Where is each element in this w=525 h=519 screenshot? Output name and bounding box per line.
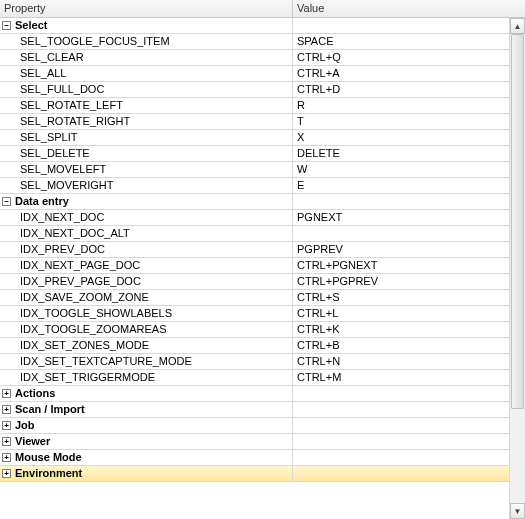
value-cell[interactable]: CTRL+PGPREV <box>293 274 509 289</box>
property-row[interactable]: SEL_SPLITX <box>0 130 509 146</box>
property-row[interactable]: SEL_MOVERIGHTE <box>0 178 509 194</box>
value-cell[interactable]: PGPREV <box>293 242 509 257</box>
value-cell[interactable]: CTRL+L <box>293 306 509 321</box>
group-row[interactable]: +Mouse Mode <box>0 450 509 466</box>
property-cell[interactable]: IDX_SAVE_ZOOM_ZONE <box>0 290 293 305</box>
collapse-icon[interactable]: − <box>2 197 11 206</box>
value-cell[interactable]: CTRL+M <box>293 370 509 385</box>
header-property[interactable]: Property <box>0 0 293 17</box>
property-row[interactable]: IDX_NEXT_DOCPGNEXT <box>0 210 509 226</box>
value-cell[interactable]: CTRL+Q <box>293 50 509 65</box>
value-cell[interactable]: CTRL+D <box>293 82 509 97</box>
group-property-cell[interactable]: +Job <box>0 418 293 433</box>
property-row[interactable]: SEL_ROTATE_RIGHTT <box>0 114 509 130</box>
value-cell[interactable]: W <box>293 162 509 177</box>
scroll-down-button[interactable]: ▼ <box>510 503 525 519</box>
expand-icon[interactable]: + <box>2 405 11 414</box>
property-row[interactable]: IDX_NEXT_DOC_ALT <box>0 226 509 242</box>
property-row[interactable]: IDX_SET_TEXTCAPTURE_MODECTRL+N <box>0 354 509 370</box>
value-cell[interactable]: E <box>293 178 509 193</box>
property-cell[interactable]: SEL_ROTATE_RIGHT <box>0 114 293 129</box>
property-row[interactable]: SEL_FULL_DOCCTRL+D <box>0 82 509 98</box>
value-cell[interactable]: X <box>293 130 509 145</box>
property-row[interactable]: IDX_PREV_DOCPGPREV <box>0 242 509 258</box>
property-row[interactable]: SEL_ALLCTRL+A <box>0 66 509 82</box>
property-cell[interactable]: IDX_NEXT_PAGE_DOC <box>0 258 293 273</box>
group-property-cell[interactable]: +Viewer <box>0 434 293 449</box>
group-row[interactable]: +Job <box>0 418 509 434</box>
group-row[interactable]: −Data entry <box>0 194 509 210</box>
property-cell[interactable]: IDX_TOOGLE_SHOWLABELS <box>0 306 293 321</box>
group-label: Scan / Import <box>15 402 85 417</box>
value-cell[interactable]: CTRL+PGNEXT <box>293 258 509 273</box>
property-row[interactable]: IDX_SET_TRIGGERMODECTRL+M <box>0 370 509 386</box>
property-cell[interactable]: IDX_PREV_PAGE_DOC <box>0 274 293 289</box>
group-row[interactable]: +Environment <box>0 466 509 482</box>
group-row[interactable]: +Scan / Import <box>0 402 509 418</box>
property-cell[interactable]: IDX_NEXT_DOC_ALT <box>0 226 293 241</box>
property-cell[interactable]: IDX_SET_TEXTCAPTURE_MODE <box>0 354 293 369</box>
expand-icon[interactable]: + <box>2 437 11 446</box>
group-property-cell[interactable]: −Select <box>0 18 293 33</box>
group-row[interactable]: +Actions <box>0 386 509 402</box>
expand-icon[interactable]: + <box>2 389 11 398</box>
property-row[interactable]: IDX_PREV_PAGE_DOCCTRL+PGPREV <box>0 274 509 290</box>
value-cell[interactable]: CTRL+S <box>293 290 509 305</box>
scroll-up-button[interactable]: ▲ <box>510 18 525 34</box>
property-row[interactable]: IDX_SAVE_ZOOM_ZONECTRL+S <box>0 290 509 306</box>
property-cell[interactable]: IDX_SET_TRIGGERMODE <box>0 370 293 385</box>
group-row[interactable]: +Viewer <box>0 434 509 450</box>
property-cell[interactable]: SEL_MOVERIGHT <box>0 178 293 193</box>
group-property-cell[interactable]: +Actions <box>0 386 293 401</box>
value-cell[interactable]: DELETE <box>293 146 509 161</box>
header-value[interactable]: Value <box>293 0 525 17</box>
property-row[interactable]: SEL_TOOGLE_FOCUS_ITEMSPACE <box>0 34 509 50</box>
property-row[interactable]: SEL_DELETEDELETE <box>0 146 509 162</box>
expand-icon[interactable]: + <box>2 453 11 462</box>
property-cell[interactable]: IDX_SET_ZONES_MODE <box>0 338 293 353</box>
property-cell[interactable]: SEL_CLEAR <box>0 50 293 65</box>
property-row[interactable]: IDX_TOOGLE_ZOOMAREASCTRL+K <box>0 322 509 338</box>
property-row[interactable]: IDX_TOOGLE_SHOWLABELSCTRL+L <box>0 306 509 322</box>
property-cell[interactable]: SEL_FULL_DOC <box>0 82 293 97</box>
value-cell[interactable]: PGNEXT <box>293 210 509 225</box>
property-cell[interactable]: SEL_TOOGLE_FOCUS_ITEM <box>0 34 293 49</box>
property-label: IDX_TOOGLE_ZOOMAREAS <box>20 322 167 337</box>
group-property-cell[interactable]: +Mouse Mode <box>0 450 293 465</box>
property-cell[interactable]: SEL_ROTATE_LEFT <box>0 98 293 113</box>
value-cell[interactable]: R <box>293 98 509 113</box>
group-property-cell[interactable]: +Environment <box>0 466 293 481</box>
property-cell[interactable]: IDX_TOOGLE_ZOOMAREAS <box>0 322 293 337</box>
property-row[interactable]: IDX_SET_ZONES_MODECTRL+B <box>0 338 509 354</box>
group-property-cell[interactable]: +Scan / Import <box>0 402 293 417</box>
property-cell[interactable]: SEL_MOVELEFT <box>0 162 293 177</box>
property-cell[interactable]: IDX_PREV_DOC <box>0 242 293 257</box>
scroll-track[interactable] <box>510 34 525 503</box>
property-cell[interactable]: SEL_ALL <box>0 66 293 81</box>
property-label: SEL_SPLIT <box>20 130 77 145</box>
value-cell[interactable]: CTRL+K <box>293 322 509 337</box>
property-label: SEL_MOVELEFT <box>20 162 106 177</box>
property-cell[interactable]: SEL_SPLIT <box>0 130 293 145</box>
value-cell[interactable]: T <box>293 114 509 129</box>
value-cell[interactable]: SPACE <box>293 34 509 49</box>
property-label: SEL_CLEAR <box>20 50 84 65</box>
value-cell[interactable] <box>293 226 509 241</box>
expand-icon[interactable]: + <box>2 421 11 430</box>
chevron-down-icon: ▼ <box>514 507 522 516</box>
property-row[interactable]: SEL_ROTATE_LEFTR <box>0 98 509 114</box>
expand-icon[interactable]: + <box>2 469 11 478</box>
group-property-cell[interactable]: −Data entry <box>0 194 293 209</box>
scroll-thumb[interactable] <box>511 34 524 409</box>
property-row[interactable]: SEL_CLEARCTRL+Q <box>0 50 509 66</box>
value-cell[interactable]: CTRL+B <box>293 338 509 353</box>
property-cell[interactable]: SEL_DELETE <box>0 146 293 161</box>
property-row[interactable]: SEL_MOVELEFTW <box>0 162 509 178</box>
group-row[interactable]: −Select <box>0 18 509 34</box>
value-cell[interactable]: CTRL+A <box>293 66 509 81</box>
property-cell[interactable]: IDX_NEXT_DOC <box>0 210 293 225</box>
value-cell[interactable]: CTRL+N <box>293 354 509 369</box>
collapse-icon[interactable]: − <box>2 21 11 30</box>
vertical-scrollbar[interactable]: ▲ ▼ <box>509 18 525 519</box>
property-row[interactable]: IDX_NEXT_PAGE_DOCCTRL+PGNEXT <box>0 258 509 274</box>
